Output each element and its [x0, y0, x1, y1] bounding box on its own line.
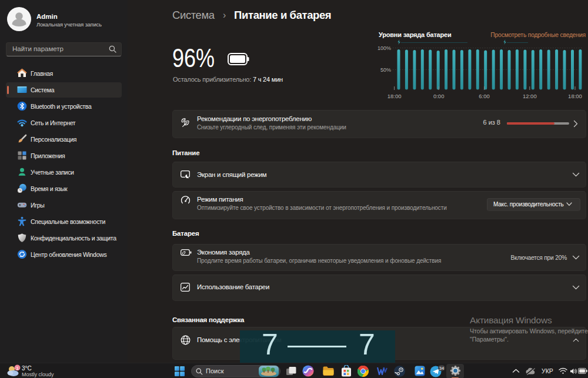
svg-text:6:00: 6:00 — [479, 93, 490, 99]
svg-text:18:00: 18:00 — [387, 93, 402, 99]
svg-text:12:00: 12:00 — [523, 93, 537, 99]
svg-text:50%: 50% — [380, 67, 391, 73]
svg-text:1: 1 — [16, 366, 19, 371]
svg-text:100%: 100% — [377, 45, 391, 51]
svg-text:0:00: 0:00 — [433, 93, 445, 99]
svg-text:Просмотреть подробные сведения: Просмотреть подробные сведения — [490, 32, 586, 38]
svg-text:18:00: 18:00 — [568, 93, 582, 99]
svg-text:34: 34 — [439, 366, 444, 371]
svg-text:Уровни заряда батареи: Уровни заряда батареи — [379, 31, 452, 38]
